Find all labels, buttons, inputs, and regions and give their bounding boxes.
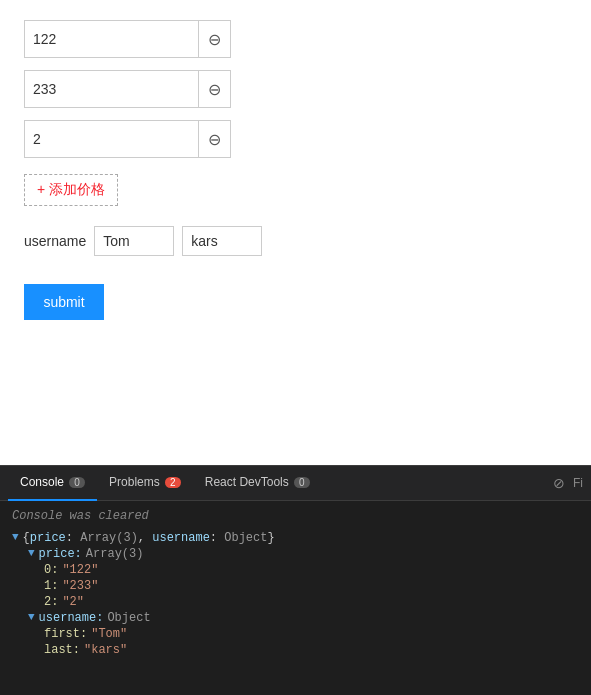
problems-badge: 2 bbox=[165, 477, 181, 488]
tab-console-label: Console bbox=[20, 475, 64, 489]
price-val-1: "233" bbox=[62, 579, 98, 593]
price-index-0: 0: bbox=[44, 563, 58, 577]
devtools-tabs: Console 0 Problems 2 React DevTools 0 ⊘ … bbox=[0, 466, 591, 501]
tab-react-devtools-label: React DevTools bbox=[205, 475, 289, 489]
price-input-0[interactable] bbox=[24, 20, 199, 58]
username-first-val: "Tom" bbox=[91, 627, 127, 641]
tab-react-devtools[interactable]: React DevTools 0 bbox=[193, 466, 322, 501]
react-badge: 0 bbox=[294, 477, 310, 488]
username-last-input[interactable] bbox=[182, 226, 262, 256]
price-expand-arrow[interactable] bbox=[28, 547, 35, 559]
username-last-key: last: bbox=[44, 643, 80, 657]
console-output: Console was cleared {price: Array(3), us… bbox=[0, 501, 591, 695]
log-root-text: {price: Array(3), username: Object} bbox=[23, 531, 275, 545]
tab-console[interactable]: Console 0 bbox=[8, 466, 97, 501]
tab-problems[interactable]: Problems 2 bbox=[97, 466, 193, 501]
log-price-item-0: 0: "122" bbox=[12, 563, 579, 577]
price-val-0: "122" bbox=[62, 563, 98, 577]
username-first-key: first: bbox=[44, 627, 87, 641]
add-price-button[interactable]: + 添加价格 bbox=[24, 174, 118, 206]
submit-button[interactable]: submit bbox=[24, 284, 104, 320]
price-index-2: 2: bbox=[44, 595, 58, 609]
price-index-1: 1: bbox=[44, 579, 58, 593]
price-key: price: bbox=[39, 547, 82, 561]
log-username-first: first: "Tom" bbox=[12, 627, 579, 641]
username-last-val: "kars" bbox=[84, 643, 127, 657]
username-key: username: bbox=[39, 611, 104, 625]
username-row: username bbox=[24, 226, 567, 256]
price-row-2: ⊖ bbox=[24, 120, 567, 158]
username-label: username bbox=[24, 233, 86, 249]
tab-problems-label: Problems bbox=[109, 475, 160, 489]
add-price-label: + 添加价格 bbox=[37, 181, 105, 199]
price-type: Array(3) bbox=[86, 547, 144, 561]
log-username-line: username: Object bbox=[12, 611, 579, 625]
remove-price-0-button[interactable]: ⊖ bbox=[199, 20, 231, 58]
devtools-panel: Console 0 Problems 2 React DevTools 0 ⊘ … bbox=[0, 465, 591, 695]
root-expand-arrow[interactable] bbox=[12, 531, 19, 543]
username-first-input[interactable] bbox=[94, 226, 174, 256]
console-badge: 0 bbox=[69, 477, 85, 488]
price-input-1[interactable] bbox=[24, 70, 199, 108]
devtools-extra-label: Fi bbox=[573, 476, 583, 490]
remove-price-2-button[interactable]: ⊖ bbox=[199, 120, 231, 158]
log-price-item-1: 1: "233" bbox=[12, 579, 579, 593]
username-type: Object bbox=[107, 611, 150, 625]
log-price-line: price: Array(3) bbox=[12, 547, 579, 561]
log-username-last: last: "kars" bbox=[12, 643, 579, 657]
main-content: ⊖ ⊖ ⊖ + 添加价格 username submit bbox=[0, 0, 591, 465]
price-val-2: "2" bbox=[62, 595, 84, 609]
price-row-0: ⊖ bbox=[24, 20, 567, 58]
price-input-2[interactable] bbox=[24, 120, 199, 158]
log-price-item-2: 2: "2" bbox=[12, 595, 579, 609]
log-root-line: {price: Array(3), username: Object} bbox=[12, 531, 579, 545]
price-row-1: ⊖ bbox=[24, 70, 567, 108]
remove-price-1-button[interactable]: ⊖ bbox=[199, 70, 231, 108]
devtools-block-icon: ⊘ bbox=[553, 475, 565, 491]
username-expand-arrow[interactable] bbox=[28, 611, 35, 623]
console-cleared-message: Console was cleared bbox=[12, 509, 579, 523]
